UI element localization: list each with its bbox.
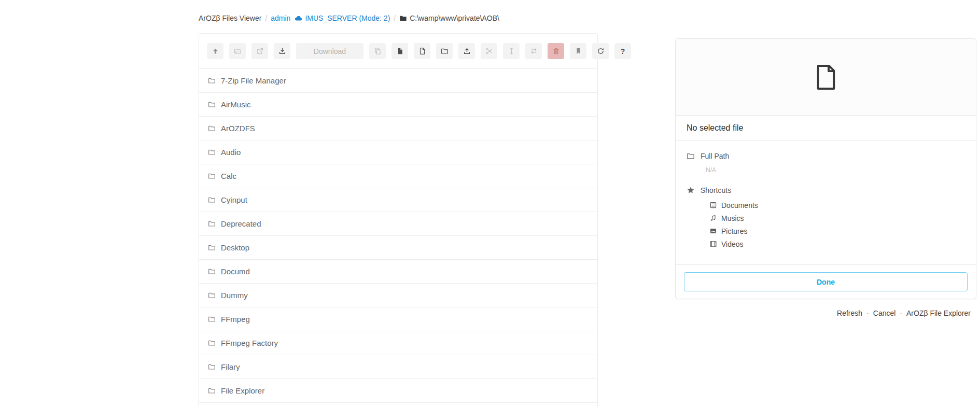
breadcrumb-separator: / bbox=[394, 14, 396, 22]
current-path: C:\wamp\www\private\AOB\ bbox=[410, 14, 499, 22]
folder-icon bbox=[208, 196, 216, 204]
refresh-button[interactable] bbox=[592, 43, 609, 59]
file-name: Desktop bbox=[221, 243, 249, 252]
user-link[interactable]: admin bbox=[271, 14, 290, 22]
preview-panel: No selected file Full Path N/A Shortcuts… bbox=[675, 38, 976, 299]
file-name: Documd bbox=[221, 267, 250, 276]
file-list-item[interactable]: Documd bbox=[199, 260, 597, 284]
file-name: FFmpeg Factory bbox=[221, 339, 278, 347]
file-list-item[interactable]: File Explorer bbox=[199, 379, 597, 403]
shortcut-label: Musics bbox=[721, 214, 744, 222]
toolbar: Download? bbox=[199, 34, 597, 69]
delete-button[interactable] bbox=[548, 43, 564, 59]
download-icon bbox=[278, 47, 286, 55]
footer-links: Refresh·Cancel·ArOZβ File Explorer bbox=[837, 309, 971, 317]
copy-button[interactable] bbox=[369, 43, 386, 59]
cut-button[interactable] bbox=[481, 43, 497, 59]
shortcuts-label: Shortcuts bbox=[701, 186, 731, 194]
folder-open-icon bbox=[234, 47, 242, 55]
folder-icon bbox=[399, 15, 407, 22]
file-list-item[interactable]: Audio bbox=[199, 141, 597, 164]
done-button[interactable]: Done bbox=[684, 272, 968, 291]
scissors-icon bbox=[485, 47, 493, 55]
paste-button[interactable] bbox=[391, 43, 408, 59]
server-link[interactable]: IMUS_SERVER (Mode: 2) bbox=[305, 14, 390, 22]
server-crumb[interactable]: IMUS_SERVER (Mode: 2) bbox=[294, 14, 390, 22]
shortcut-videos[interactable]: Videos bbox=[709, 237, 965, 250]
folder-icon bbox=[208, 148, 216, 156]
folder-icon bbox=[208, 339, 216, 347]
bookmark-button[interactable] bbox=[570, 43, 586, 59]
file-preview-icon bbox=[815, 64, 837, 91]
paste-icon bbox=[396, 47, 404, 55]
help-button[interactable]: ? bbox=[614, 43, 631, 59]
copy-icon bbox=[374, 47, 382, 55]
folder-icon bbox=[208, 315, 216, 323]
file-name: Deprecated bbox=[221, 219, 261, 228]
bookmark-icon bbox=[575, 47, 582, 55]
music-icon bbox=[709, 214, 717, 222]
preview-details: Full Path N/A Shortcuts DocumentsMusicsP… bbox=[676, 141, 976, 264]
breadcrumb-separator: / bbox=[265, 14, 267, 22]
cancel-link[interactable]: Cancel bbox=[873, 309, 896, 317]
shortcut-pictures[interactable]: Pictures bbox=[709, 224, 965, 237]
shortcut-list: DocumentsMusicsPicturesVideos bbox=[709, 199, 965, 250]
shortcuts-header: Shortcuts bbox=[687, 186, 965, 194]
download-file-button[interactable] bbox=[274, 43, 290, 59]
folder-icon bbox=[208, 268, 216, 275]
refresh-link[interactable]: Refresh bbox=[837, 309, 862, 317]
shortcut-documents[interactable]: Documents bbox=[709, 199, 965, 212]
refresh-icon bbox=[597, 47, 605, 55]
shortcut-musics[interactable]: Musics bbox=[709, 212, 965, 224]
move-button[interactable] bbox=[525, 43, 542, 59]
rename-button[interactable] bbox=[503, 43, 520, 59]
open-in-new-button[interactable] bbox=[251, 43, 268, 59]
upload-icon bbox=[463, 47, 471, 55]
file-list-item[interactable]: Filary bbox=[199, 355, 597, 379]
file-list-item[interactable]: FFmpeg Factory bbox=[199, 331, 597, 355]
folder-icon bbox=[208, 172, 216, 180]
folder-icon bbox=[208, 77, 216, 85]
file-list-item[interactable]: Desktop bbox=[199, 236, 597, 260]
file-list-item[interactable]: Cyinput bbox=[199, 188, 597, 212]
file-browser-panel: Download? 7-Zip File ManagerAirMusicArOZ… bbox=[199, 33, 598, 407]
file-list-item[interactable]: Calc bbox=[199, 164, 597, 188]
file-list-item[interactable]: Deprecated bbox=[199, 212, 597, 236]
selection-status: No selected file bbox=[676, 116, 976, 141]
file-explorer-link[interactable]: ArOZβ File Explorer bbox=[906, 309, 971, 317]
go-up-button[interactable] bbox=[207, 43, 223, 59]
file-list-item[interactable]: Dummy bbox=[199, 284, 597, 307]
file-name: 7-Zip File Manager bbox=[221, 76, 286, 85]
file-list-item[interactable]: 7-Zip File Manager bbox=[199, 69, 597, 93]
download-label: Download bbox=[314, 47, 346, 55]
preview-icon-section bbox=[676, 39, 976, 116]
upload-button[interactable] bbox=[458, 43, 475, 59]
done-section: Done bbox=[676, 264, 976, 299]
breadcrumb: ArOZβ Files Viewer / admin IMUS_SERVER (… bbox=[199, 14, 499, 22]
file-list-item[interactable]: FFmpeg bbox=[199, 307, 597, 331]
file-list: 7-Zip File ManagerAirMusicArOZDFSAudioCa… bbox=[199, 69, 597, 403]
i-cursor-icon bbox=[508, 47, 515, 55]
new-folder-button[interactable] bbox=[436, 43, 453, 59]
trash-icon bbox=[552, 47, 560, 55]
folder-icon bbox=[208, 244, 216, 251]
file-name: Filary bbox=[221, 362, 240, 371]
path-crumb: C:\wamp\www\private\AOB\ bbox=[399, 14, 499, 22]
file-name: Calc bbox=[221, 172, 236, 180]
full-path-header: Full Path bbox=[687, 152, 965, 160]
open-button[interactable] bbox=[229, 43, 246, 59]
new-file-button[interactable] bbox=[414, 43, 430, 59]
file-list-item[interactable]: AirMusic bbox=[199, 93, 597, 117]
footer-separator: · bbox=[900, 309, 902, 317]
file-name: Audio bbox=[221, 148, 241, 157]
file-name: File Explorer bbox=[221, 386, 264, 395]
arrow-up-icon bbox=[212, 47, 219, 55]
film-icon bbox=[709, 240, 717, 248]
file-name: Dummy bbox=[221, 291, 248, 300]
download-button[interactable]: Download bbox=[296, 43, 363, 59]
file-list-item[interactable]: ArOZDFS bbox=[199, 117, 597, 141]
shortcut-label: Pictures bbox=[721, 227, 748, 235]
star-icon bbox=[687, 186, 695, 194]
file-icon bbox=[418, 47, 426, 55]
folder-icon bbox=[208, 101, 216, 108]
